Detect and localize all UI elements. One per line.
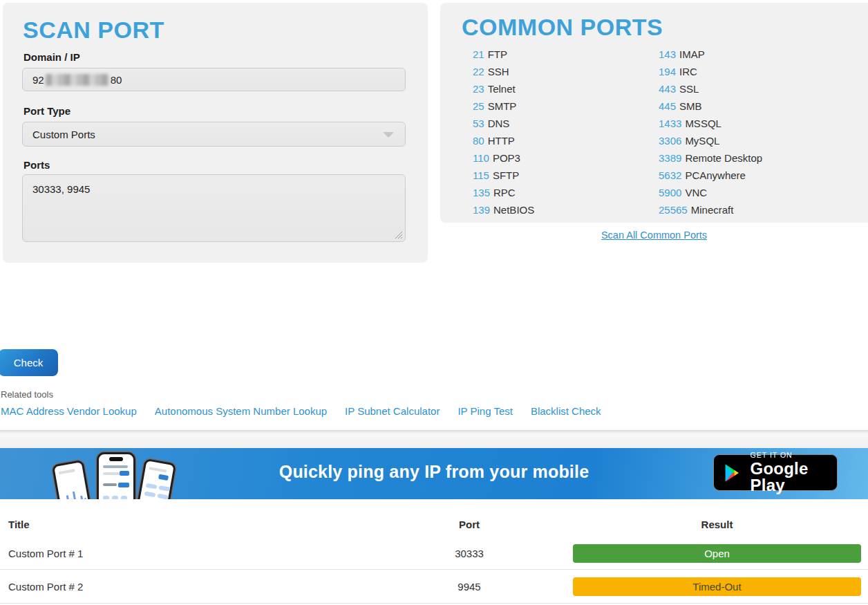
row-divider: [0, 569, 868, 570]
port-name: HTTP: [488, 135, 515, 147]
link-mac-address-vendor-lookup[interactable]: MAC Address Vendor Lookup: [1, 405, 137, 417]
port-name: RPC: [493, 187, 516, 198]
chevron-down-icon: [383, 132, 394, 138]
scan-all-wrap: Scan All Common Ports: [440, 229, 868, 241]
domain-ip-input[interactable]: 92 80: [22, 68, 406, 91]
port-number-link[interactable]: 25565: [659, 204, 688, 216]
port-name: MSSQL: [685, 118, 721, 129]
ports-textarea[interactable]: 30333, 9945: [22, 174, 406, 242]
common-port-item: 3306MySQL: [659, 132, 762, 149]
port-type-label: Port Type: [23, 105, 70, 117]
port-number-link[interactable]: 445: [659, 100, 676, 112]
row-title: Custom Port # 1: [8, 548, 83, 559]
common-port-item: 194IRC: [659, 63, 762, 80]
row-divider: [0, 603, 868, 604]
port-name: SMTP: [488, 100, 517, 112]
common-port-item: 22SSH: [473, 63, 534, 80]
port-number-link[interactable]: 5900: [659, 187, 681, 198]
row-port: 30333: [438, 548, 500, 559]
section-divider-strip: [0, 430, 868, 448]
common-port-item: 135RPC: [473, 184, 534, 201]
scan-port-page: SCAN PORT Domain / IP 92 80 Port Type Cu…: [0, 0, 868, 605]
common-ports-column-right: 143IMAP 194IRC 443SSL 445SMB 1433MSSQL 3…: [659, 46, 762, 218]
header-result: Result: [573, 519, 861, 530]
port-number-link[interactable]: 5632: [659, 169, 681, 181]
port-number-link[interactable]: 3306: [659, 135, 681, 147]
common-port-item: 110POP3: [473, 149, 534, 167]
common-port-item: 25SMTP: [473, 97, 534, 115]
port-name: POP3: [493, 152, 520, 164]
google-play-icon: [722, 459, 744, 487]
common-port-item: 5632PCAnywhere: [659, 167, 762, 184]
port-name: SSL: [679, 83, 699, 95]
port-number-link[interactable]: 3389: [659, 152, 681, 164]
domain-ip-label: Domain / IP: [23, 51, 80, 63]
link-blacklist-check[interactable]: Blacklist Check: [531, 405, 601, 417]
related-tools-links: MAC Address Vendor Lookup Autonomous Sys…: [1, 405, 601, 417]
port-number-link[interactable]: 25: [473, 100, 484, 112]
port-name: Remote Desktop: [685, 152, 762, 164]
header-title: Title: [8, 519, 30, 530]
common-port-item: 1433MSSQL: [659, 115, 762, 132]
common-ports-title: COMMON PORTS: [462, 14, 663, 41]
common-port-item: 80HTTP: [473, 132, 534, 149]
port-number-link[interactable]: 22: [473, 66, 484, 77]
common-port-item: 5900VNC: [659, 184, 762, 201]
port-number-link[interactable]: 115: [473, 169, 489, 181]
header-port: Port: [438, 519, 500, 530]
port-name: Telnet: [488, 83, 516, 95]
get-it-on-label: GET IT ON: [751, 452, 829, 459]
common-ports-panel: COMMON PORTS 21FTP 22SSH 23Telnet 25SMTP…: [440, 3, 868, 223]
port-name: NetBIOS: [493, 204, 534, 216]
port-name: DNS: [488, 118, 510, 129]
port-name: MySQL: [685, 135, 719, 147]
port-number-link[interactable]: 110: [473, 152, 489, 164]
google-play-badge[interactable]: GET IT ON Google Play: [713, 454, 838, 491]
common-port-item: 53DNS: [473, 115, 534, 132]
common-port-item: 139NetBIOS: [473, 201, 534, 218]
port-name: IRC: [679, 66, 697, 77]
link-asn-lookup[interactable]: Autonomous System Number Lookup: [155, 405, 327, 417]
port-number-link[interactable]: 143: [659, 48, 676, 60]
port-number-link[interactable]: 139: [473, 204, 490, 216]
google-play-text: GET IT ON Google Play: [751, 452, 829, 494]
common-port-item: 25565Minecraft: [659, 201, 762, 218]
port-number-link[interactable]: 1433: [659, 118, 681, 129]
status-badge: Open: [573, 544, 861, 563]
port-name: PCAnywhere: [685, 169, 746, 181]
port-number-link[interactable]: 443: [659, 83, 676, 95]
redacted-ip-segment: [46, 74, 109, 86]
phone-mockup-center: [97, 452, 135, 499]
check-button[interactable]: Check: [0, 349, 58, 376]
port-number-link[interactable]: 53: [473, 118, 484, 129]
status-badge: Timed-Out: [573, 577, 861, 596]
port-name: SSH: [488, 66, 509, 77]
scan-port-panel: SCAN PORT Domain / IP 92 80 Port Type Cu…: [3, 3, 428, 263]
port-type-value: Custom Ports: [32, 129, 95, 140]
common-port-item: 21FTP: [473, 46, 534, 63]
domain-ip-prefix: 92: [32, 74, 44, 86]
port-name: SFTP: [493, 169, 519, 181]
link-ip-ping-test[interactable]: IP Ping Test: [457, 405, 513, 417]
scan-all-common-ports-link[interactable]: Scan All Common Ports: [601, 230, 707, 241]
port-type-select[interactable]: Custom Ports: [22, 122, 406, 147]
port-number-link[interactable]: 21: [473, 48, 484, 60]
port-number-link[interactable]: 23: [473, 83, 484, 95]
resize-grip-icon[interactable]: [395, 231, 403, 239]
port-name: IMAP: [679, 48, 705, 60]
google-play-label: Google Play: [751, 460, 829, 494]
port-number-link[interactable]: 135: [473, 187, 490, 198]
mobile-app-banner: Quickly ping any IP from your mobile GET…: [0, 448, 868, 499]
common-port-item: 143IMAP: [659, 46, 762, 63]
common-port-item: 443SSL: [659, 80, 762, 97]
port-name: SMB: [679, 100, 702, 112]
common-port-item: 3389Remote Desktop: [659, 149, 762, 167]
link-ip-subnet-calculator[interactable]: IP Subnet Calculator: [345, 405, 440, 417]
port-number-link[interactable]: 194: [659, 66, 676, 77]
port-name: VNC: [685, 187, 707, 198]
port-number-link[interactable]: 80: [473, 135, 484, 147]
row-port: 9945: [438, 581, 500, 593]
common-port-item: 115SFTP: [473, 167, 534, 184]
common-ports-column-left: 21FTP 22SSH 23Telnet 25SMTP 53DNS 80HTTP…: [473, 46, 534, 218]
page-title: SCAN PORT: [23, 17, 164, 44]
